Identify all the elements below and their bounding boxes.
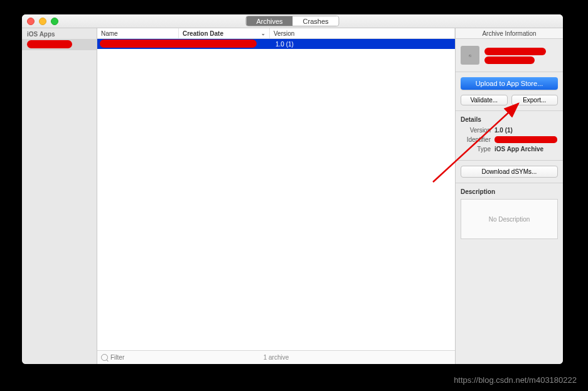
table-body: 1.0 (1) (97, 39, 455, 350)
redaction (484, 48, 546, 55)
chevron-down-icon: ⌄ (261, 31, 265, 36)
maximize-icon[interactable] (51, 18, 58, 25)
version-value: 1.0 (1) (494, 127, 513, 134)
organizer-window: Archives Crashes iOS Apps Name Creation … (22, 14, 563, 364)
panel-title: Archive Information (456, 28, 563, 39)
type-value: iOS App Archive (494, 146, 543, 153)
column-name[interactable]: Name (97, 28, 179, 38)
archive-info-panel: Archive Information ⎋ Upload to App Stor… (455, 28, 563, 364)
version-label: Version (461, 127, 491, 134)
traffic-lights (27, 18, 58, 25)
archive-list-panel: Name Creation Date ⌄ Version 1.0 (1) 1 a… (97, 28, 455, 364)
description-title: Description (461, 188, 558, 195)
description-box[interactable]: No Description (461, 199, 558, 239)
actions-section: Upload to App Store... Validate... Expor… (456, 72, 563, 111)
tab-crashes[interactable]: Crashes (293, 16, 339, 26)
close-icon[interactable] (27, 18, 35, 25)
column-version[interactable]: Version (270, 28, 455, 38)
download-dsyms-button[interactable]: Download dSYMs... (461, 166, 558, 178)
footer-bar: 1 archive (97, 350, 455, 364)
redaction (27, 40, 72, 48)
redaction (100, 40, 257, 48)
redaction (494, 136, 557, 143)
filter-input[interactable] (110, 354, 161, 361)
watermark: https://blog.csdn.net/m403180222 (454, 375, 577, 385)
export-button[interactable]: Export... (511, 95, 559, 105)
column-creation-date[interactable]: Creation Date ⌄ (179, 28, 270, 38)
identifier-label: Identifier (461, 136, 491, 143)
validate-button[interactable]: Validate... (461, 95, 508, 105)
details-title: Details (461, 116, 558, 123)
redaction (484, 56, 535, 64)
sidebar: iOS Apps (22, 28, 97, 364)
app-icon: ⎋ (461, 46, 479, 65)
table-header: Name Creation Date ⌄ Version (97, 28, 455, 39)
no-description-text: No Description (489, 216, 530, 223)
search-icon (101, 354, 108, 361)
minimize-icon[interactable] (39, 18, 46, 25)
dsym-section: Download dSYMs... (456, 161, 563, 183)
tab-switcher: Archives Crashes (245, 16, 339, 26)
row-version: 1.0 (1) (275, 41, 294, 48)
upload-button[interactable]: Upload to App Store... (461, 77, 558, 90)
main-area: iOS Apps Name Creation Date ⌄ Version 1.… (22, 28, 563, 364)
column-date-label: Creation Date (183, 30, 223, 37)
sidebar-header: iOS Apps (22, 28, 97, 39)
sidebar-item-app[interactable] (22, 39, 97, 50)
titlebar: Archives Crashes (22, 14, 563, 28)
description-section: Description No Description (456, 183, 563, 244)
archive-count: 1 archive (264, 354, 289, 361)
tab-archives[interactable]: Archives (246, 16, 292, 26)
table-row[interactable]: 1.0 (1) (97, 39, 455, 49)
details-section: Details Version 1.0 (1) Identifier Type … (456, 111, 563, 161)
type-label: Type (461, 146, 491, 153)
app-identity-section: ⎋ (456, 39, 563, 72)
